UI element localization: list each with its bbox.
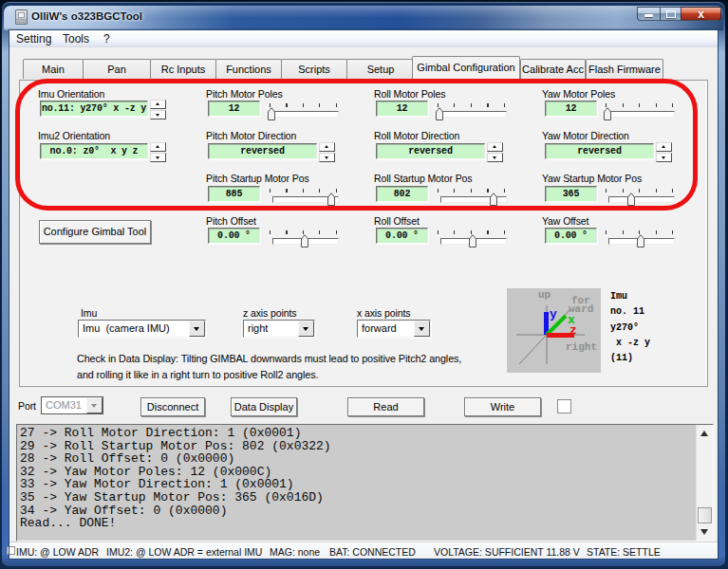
svg-text:z: z [569, 323, 577, 338]
svg-text:y: y [550, 307, 557, 321]
